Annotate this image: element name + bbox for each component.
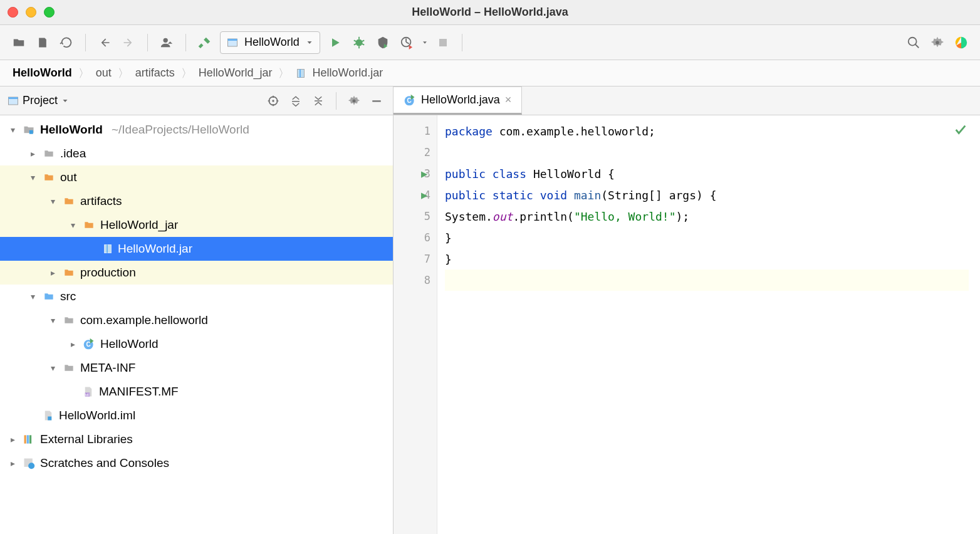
crumb-out[interactable]: out: [96, 66, 112, 80]
tree-iml-file[interactable]: HelloWorld.iml: [0, 404, 393, 427]
tree-src-folder[interactable]: ▾ src: [0, 285, 393, 308]
svg-rect-3: [228, 39, 237, 41]
tree-artifacts-folder[interactable]: ▾ artifacts: [0, 189, 393, 213]
inspection-ok-icon[interactable]: [954, 123, 967, 137]
code-line: package com.example.helloworld;: [445, 120, 969, 142]
line-number: 2: [394, 142, 437, 163]
twist-right-icon[interactable]: ▸: [68, 339, 78, 349]
main-toolbar: HelloWorld: [0, 25, 980, 60]
twist-down-icon[interactable]: ▾: [48, 196, 58, 206]
gear-icon[interactable]: [345, 92, 363, 110]
class-icon: C: [404, 94, 416, 107]
hide-icon[interactable]: [368, 92, 385, 110]
package-icon: [63, 315, 75, 325]
forward-icon[interactable]: [120, 34, 137, 51]
project-sidebar: Project ▾ HelloWorld ~/IdeaProjects/Hell…: [0, 86, 394, 534]
tree-class[interactable]: ▸ C HelloWorld: [0, 332, 393, 356]
crumb-jar[interactable]: HelloWorld.jar: [312, 66, 383, 80]
tree-hwjar-folder[interactable]: ▾ HelloWorld_jar: [0, 213, 393, 237]
twist-right-icon[interactable]: ▸: [8, 434, 18, 444]
view-label: Project: [23, 94, 58, 107]
svg-rect-10: [300, 69, 301, 77]
tree-label: HelloWorld_jar: [100, 218, 178, 232]
chevron-right-icon: 〉: [278, 66, 289, 81]
search-icon[interactable]: [905, 34, 922, 51]
twist-right-icon[interactable]: ▸: [28, 149, 38, 159]
refresh-icon[interactable]: [58, 34, 75, 51]
debug-icon[interactable]: [350, 34, 368, 51]
svg-rect-24: [48, 417, 51, 421]
folder-icon: [83, 220, 95, 230]
save-icon[interactable]: [34, 34, 51, 51]
svg-rect-25: [24, 435, 26, 443]
stop-icon[interactable]: [434, 34, 452, 51]
twist-down-icon[interactable]: ▾: [68, 220, 78, 230]
line-number: 5: [394, 206, 437, 227]
coverage-icon[interactable]: [374, 34, 392, 51]
crumb-hwjar[interactable]: HelloWorld_jar: [199, 66, 273, 80]
tab-helloworld-java[interactable]: C HelloWorld.java ×: [394, 86, 522, 115]
tree-production-folder[interactable]: ▸ production: [0, 261, 393, 285]
twist-right-icon[interactable]: ▸: [48, 268, 58, 278]
expand-all-icon[interactable]: [287, 92, 305, 110]
tree-label: HelloWorld.jar: [118, 242, 192, 256]
line-number: 3▶: [394, 163, 437, 184]
twist-down-icon[interactable]: ▾: [48, 363, 58, 373]
settings-icon[interactable]: [929, 34, 946, 51]
line-number: 1: [394, 120, 437, 142]
editor-body[interactable]: 1 2 3▶ 4▶ 5 6 7 8 package com.example.he…: [394, 115, 980, 534]
chevron-down-icon[interactable]: [422, 39, 428, 46]
tree-manifest-file[interactable]: MF MANIFEST.MF: [0, 380, 393, 404]
tree-label: artifacts: [80, 194, 122, 208]
folder-icon: [63, 196, 75, 206]
tree-label: META-INF: [80, 361, 135, 375]
tree-label: .idea: [60, 147, 86, 160]
crumb-artifacts[interactable]: artifacts: [135, 66, 175, 80]
twist-down-icon[interactable]: ▾: [48, 315, 58, 325]
collapse-all-icon[interactable]: [310, 92, 327, 110]
tree-scratches[interactable]: ▸ Scratches and Consoles: [0, 451, 393, 475]
tree-label: HelloWorld.iml: [59, 409, 135, 422]
profiler-icon[interactable]: [398, 34, 415, 51]
run-icon[interactable]: [326, 34, 344, 51]
manifest-file-icon: MF: [83, 385, 94, 398]
gutter-run-icon[interactable]: ▶: [421, 189, 427, 201]
twist-down-icon[interactable]: ▾: [8, 125, 18, 135]
svg-rect-27: [29, 435, 31, 443]
code-area[interactable]: package com.example.helloworld; public c…: [437, 115, 980, 534]
project-view-icon: [8, 95, 19, 107]
locate-icon[interactable]: [264, 92, 282, 110]
twist-right-icon[interactable]: ▸: [8, 458, 18, 468]
jetbrains-icon[interactable]: [952, 34, 970, 51]
chevron-right-icon: 〉: [181, 66, 192, 81]
tree-label: com.example.helloworld: [80, 313, 208, 327]
tree-idea-folder[interactable]: ▸ .idea: [0, 142, 393, 165]
tree-label: External Libraries: [40, 432, 133, 446]
tree-jar-file[interactable]: HelloWorld.jar: [0, 237, 393, 261]
view-switcher[interactable]: Project: [8, 94, 69, 107]
open-icon[interactable]: [10, 34, 28, 51]
twist-down-icon[interactable]: ▾: [28, 172, 38, 182]
title-bar: HelloWorld – HelloWorld.java: [0, 0, 980, 25]
tree-label: src: [60, 290, 76, 303]
twist-down-icon[interactable]: ▾: [28, 291, 38, 301]
svg-point-0: [164, 38, 168, 42]
editor-panel: C HelloWorld.java × 1 2 3▶ 4▶ 5 6 7 8 pa…: [394, 86, 980, 534]
jar-file-icon: [103, 243, 113, 255]
line-number: 8: [394, 270, 437, 291]
code-line: [445, 142, 969, 163]
gutter-run-icon[interactable]: ▶: [421, 167, 427, 180]
user-icon[interactable]: [158, 34, 175, 51]
tree-label: production: [80, 266, 136, 280]
back-icon[interactable]: [96, 34, 113, 51]
build-icon[interactable]: [196, 34, 214, 51]
tree-metainf-folder[interactable]: ▾ META-INF: [0, 356, 393, 380]
run-config-selector[interactable]: HelloWorld: [220, 31, 320, 54]
scratches-icon: [23, 457, 35, 469]
tree-project-root[interactable]: ▾ HelloWorld ~/IdeaProjects/HelloWorld: [0, 118, 393, 142]
tree-out-folder[interactable]: ▾ out: [0, 165, 393, 189]
tree-package[interactable]: ▾ com.example.helloworld: [0, 308, 393, 332]
crumb-project[interactable]: HelloWorld: [13, 66, 72, 80]
close-tab-icon[interactable]: ×: [505, 93, 512, 107]
tree-external-libraries[interactable]: ▸ External Libraries: [0, 427, 393, 451]
